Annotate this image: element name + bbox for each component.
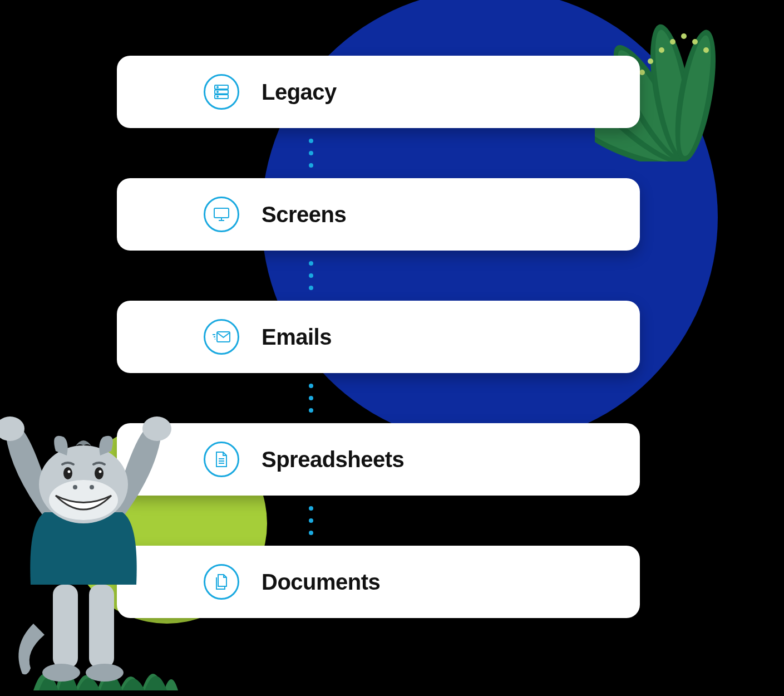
card-label: Documents xyxy=(262,570,380,595)
svg-rect-22 xyxy=(53,585,78,668)
svg-point-28 xyxy=(73,485,77,489)
svg-point-24 xyxy=(42,664,80,682)
svg-point-25 xyxy=(86,664,124,682)
email-icon xyxy=(204,319,239,355)
documents-icon xyxy=(204,564,239,600)
svg-point-38 xyxy=(217,91,218,92)
svg-point-21 xyxy=(142,416,171,441)
svg-point-37 xyxy=(217,87,218,88)
card-legacy: Legacy xyxy=(117,56,640,128)
svg-point-39 xyxy=(217,96,218,97)
svg-point-15 xyxy=(681,33,687,39)
svg-point-12 xyxy=(648,58,653,64)
svg-point-16 xyxy=(692,39,698,45)
connector-dots xyxy=(117,251,640,301)
svg-rect-23 xyxy=(89,585,114,668)
card-label: Legacy xyxy=(262,80,337,105)
svg-point-13 xyxy=(659,47,664,53)
svg-rect-40 xyxy=(214,208,229,218)
monitor-icon xyxy=(204,197,239,232)
file-icon xyxy=(204,442,239,477)
svg-point-30 xyxy=(63,467,72,479)
connector-dots xyxy=(117,128,640,178)
card-list: Legacy Screens xyxy=(117,56,640,618)
svg-point-29 xyxy=(90,485,94,489)
svg-point-17 xyxy=(703,47,709,53)
card-label: Screens xyxy=(262,202,346,227)
mascot-character xyxy=(0,412,172,690)
svg-point-31 xyxy=(95,467,103,479)
card-screens: Screens xyxy=(117,178,640,251)
connector-dots xyxy=(117,373,640,423)
card-emails: Emails xyxy=(117,301,640,373)
svg-point-32 xyxy=(68,470,71,473)
server-icon xyxy=(204,74,239,110)
svg-point-14 xyxy=(670,39,675,45)
svg-point-33 xyxy=(99,470,102,473)
card-spreadsheets: Spreadsheets xyxy=(117,423,640,496)
svg-point-11 xyxy=(639,70,645,75)
card-documents: Documents xyxy=(117,546,640,618)
card-label: Emails xyxy=(262,325,332,350)
card-label: Spreadsheets xyxy=(262,447,404,472)
connector-dots xyxy=(117,496,640,546)
